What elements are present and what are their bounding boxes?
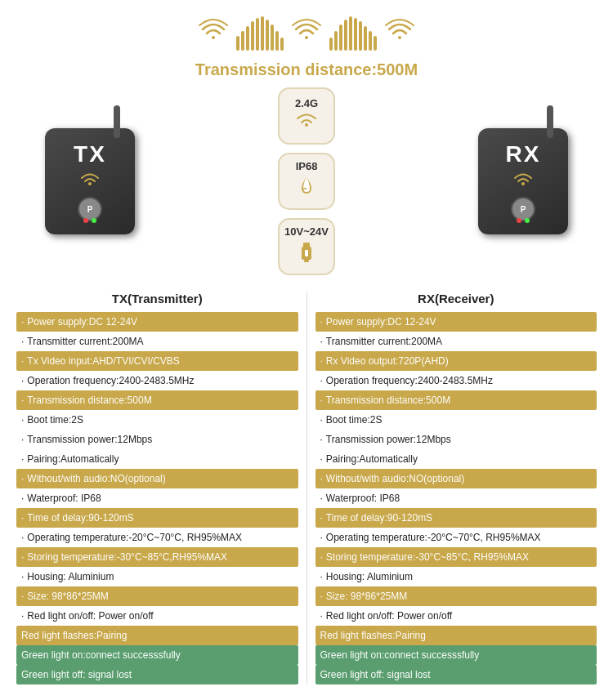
tx-spec-row: ·Operation frequency:2400-2483.5MHz bbox=[16, 371, 298, 390]
wave-left bbox=[236, 16, 284, 51]
tx-spec-row: ·Pairing:Automatically bbox=[16, 449, 298, 469]
tx-antenna bbox=[114, 105, 120, 138]
rx-bottom-list: Red light flashes:PairingGreen light on:… bbox=[315, 626, 597, 684]
rx-spec-row: ·Operating temperature:-20°C~70°C, RH95%… bbox=[315, 528, 597, 547]
rx-spec-row: ·Storing temperature:-30°C~85°C, RH95%MA… bbox=[315, 547, 597, 567]
badge-ip68-icon bbox=[297, 176, 316, 203]
tx-led-green bbox=[92, 218, 96, 223]
wifi-right-icon bbox=[383, 15, 416, 52]
badge-2g-text: 2.4G bbox=[295, 97, 318, 109]
rx-spec-row: ·Housing: Aluminium bbox=[315, 567, 597, 586]
tx-spec-row: ·Transmitter current:200MA bbox=[16, 332, 298, 351]
tx-specs-list: ·Power supply:DC 12-24V·Transmitter curr… bbox=[16, 312, 298, 626]
tx-spec-row: ·Red light on/off: Power on/off bbox=[16, 606, 298, 626]
tx-spec-row: ·Operating temperature:-20°C~70°C, RH95%… bbox=[16, 528, 298, 547]
tx-bottom-row: Green light on:connect successsfully bbox=[16, 645, 298, 665]
tx-bottom-row: Green light off: signal lost bbox=[16, 665, 298, 684]
rx-spec-row: ·Red light on/off: Power on/off bbox=[315, 606, 597, 626]
tx-spec-row: ·Housing: Aluminium bbox=[16, 567, 298, 586]
tx-bottom-row: Red light flashes:Pairing bbox=[16, 626, 298, 645]
badge-power-text: 10V~24V bbox=[284, 225, 329, 238]
tx-spec-row: ·Without/with audio:NO(optional) bbox=[16, 469, 298, 488]
wifi-center-icon bbox=[290, 15, 323, 52]
tx-specs-col: TX(Transmitter) ·Power supply:DC 12-24V·… bbox=[12, 292, 302, 684]
badge-2g: 2.4G bbox=[278, 87, 335, 145]
rx-device-body: RX P bbox=[478, 128, 568, 234]
rx-spec-row: ·Size: 98*86*25MM bbox=[315, 586, 597, 606]
tx-spec-row: ·Storing temperature:-30°C~85°C,RH95%MAX bbox=[16, 547, 298, 567]
rx-device-image: RX P bbox=[458, 116, 588, 247]
hero-section: Transmission distance:500M TX P bbox=[0, 0, 613, 283]
rx-specs-title: RX(Receiver) bbox=[315, 292, 597, 305]
rx-led-red bbox=[517, 218, 521, 223]
rx-leds bbox=[517, 218, 530, 223]
badge-power: 10V~24V bbox=[278, 218, 335, 275]
tx-spec-row: ·Transmission distance:500M bbox=[16, 390, 298, 410]
tx-spec-row: ·Waterproof: IP68 bbox=[16, 488, 298, 508]
devices-row: TX P bbox=[16, 87, 597, 275]
tx-device-body: TX P bbox=[45, 128, 135, 234]
rx-spec-row: ·Boot time:2S bbox=[315, 410, 597, 430]
badge-ip68: IP68 bbox=[278, 153, 335, 210]
rx-spec-row: ·Operation frequency:2400-2483.5MHz bbox=[315, 371, 597, 390]
transmission-label: Transmission distance:500M bbox=[195, 60, 418, 79]
tx-wifi-symbol bbox=[78, 171, 101, 192]
rx-bottom-row: Red light flashes:Pairing bbox=[315, 626, 597, 645]
rx-spec-row: ·Waterproof: IP68 bbox=[315, 488, 597, 508]
tx-leds bbox=[83, 218, 96, 223]
rx-label: RX bbox=[506, 141, 541, 167]
wifi-left-icon bbox=[197, 15, 230, 52]
badge-2g-icon bbox=[295, 113, 318, 135]
tx-device-image: TX P bbox=[25, 116, 155, 247]
rx-specs-list: ·Power supply:DC 12-24V·Transmitter curr… bbox=[315, 312, 597, 626]
rx-spec-row: ·Time of delay:90-120mS bbox=[315, 508, 597, 528]
tx-spec-row: ·Boot time:2S bbox=[16, 410, 298, 430]
tx-spec-row: ·Size: 98*86*25MM bbox=[16, 586, 298, 606]
specs-section: TX(Transmitter) ·Power supply:DC 12-24V·… bbox=[0, 283, 613, 693]
badge-power-icon bbox=[297, 241, 316, 268]
rx-bottom-row: Green light off: signal lost bbox=[315, 665, 597, 684]
rx-specs-col: RX(Receiver) ·Power supply:DC 12-24V·Tra… bbox=[311, 292, 602, 684]
rx-spec-row: ·Without/with audio:NO(optional) bbox=[315, 469, 597, 488]
rx-spec-row: ·Pairing:Automatically bbox=[315, 449, 597, 469]
rx-device-box: RX P bbox=[458, 116, 588, 247]
column-divider bbox=[306, 292, 307, 684]
rx-spec-row: ·Transmission distance:500M bbox=[315, 390, 597, 410]
rx-led-green bbox=[525, 218, 530, 223]
tx-specs-title: TX(Transmitter) bbox=[16, 292, 298, 305]
tx-spec-row: ·Tx Video input:AHD/TVI/CVI/CVBS bbox=[16, 351, 298, 371]
rx-bottom-row: Green light on:connect successsfully bbox=[315, 645, 597, 665]
tx-label: TX bbox=[74, 141, 106, 167]
rx-spec-row: ·Power supply:DC 12-24V bbox=[315, 312, 597, 332]
tx-spec-row: ·Power supply:DC 12-24V bbox=[16, 312, 298, 332]
tx-spec-row: ·Transmission power:12Mbps bbox=[16, 430, 298, 449]
rx-wifi-symbol bbox=[512, 171, 535, 192]
transmission-row bbox=[197, 15, 416, 52]
badge-ip68-text: IP68 bbox=[296, 160, 318, 172]
tx-device-box: TX P bbox=[25, 116, 155, 247]
svg-rect-3 bbox=[305, 250, 308, 256]
tx-led-red bbox=[83, 218, 88, 223]
rx-spec-row: ·Transmission power:12Mbps bbox=[315, 430, 597, 449]
rx-antenna bbox=[547, 105, 553, 138]
tx-spec-row: ·Time of delay:90-120mS bbox=[16, 508, 298, 528]
svg-rect-2 bbox=[304, 260, 309, 262]
wave-right bbox=[329, 16, 377, 51]
rx-spec-row: ·Rx Video output:720P(AHD) bbox=[315, 351, 597, 371]
rx-spec-row: ·Transmitter current:200MA bbox=[315, 332, 597, 351]
tx-bottom-list: Red light flashes:PairingGreen light on:… bbox=[16, 626, 298, 684]
badges-column: 2.4G IP68 bbox=[278, 87, 335, 275]
